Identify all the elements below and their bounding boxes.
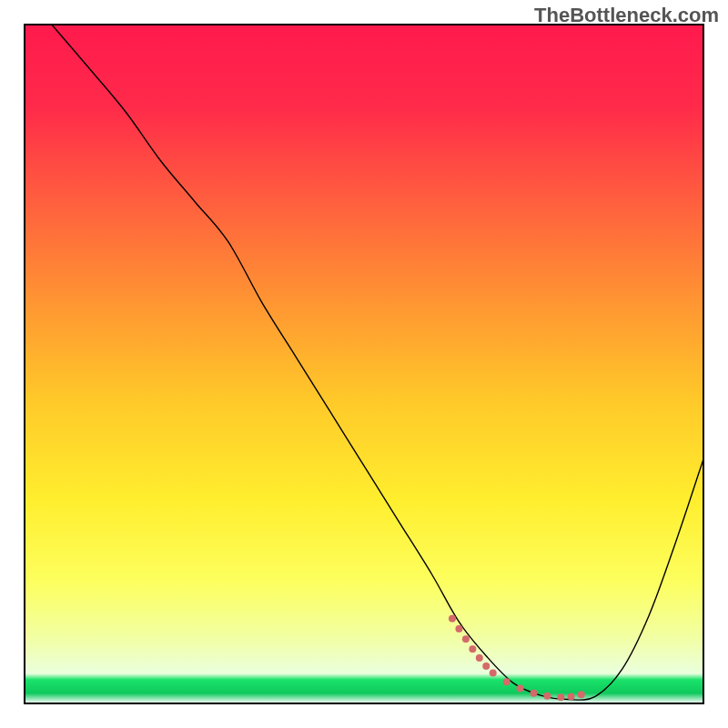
marker-dot [490,669,497,676]
marker-dot [482,662,490,670]
marker-dot [449,615,456,622]
marker-dot [557,693,564,701]
plot-background [25,25,703,703]
marker-dot [578,691,585,698]
marker-dot [503,678,511,685]
marker-dot [543,693,551,700]
marker-dot [455,625,462,632]
marker-dot [476,654,483,662]
marker-dot [469,645,476,652]
chart-container: TheBottleneck.com [0,0,728,728]
marker-dot [517,685,524,693]
marker-dot [462,635,470,642]
marker-dot [568,693,575,701]
chart-svg [0,0,728,728]
watermark-text: TheBottleneck.com [534,4,719,27]
marker-dot [531,690,538,697]
